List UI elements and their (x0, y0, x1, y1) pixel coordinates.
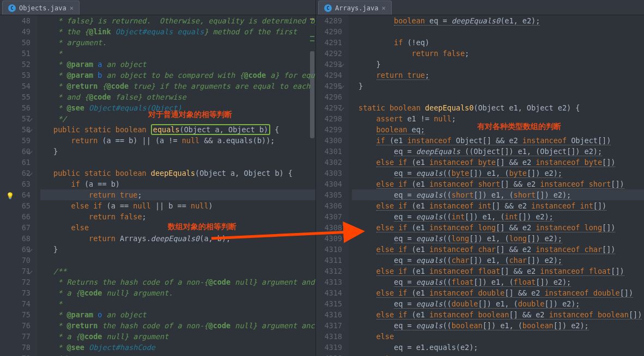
code-line[interactable]: eq = equals((double[]) e1, (double[]) e2… (352, 298, 644, 309)
code-line[interactable] (40, 157, 315, 168)
line-number: 71 (0, 266, 31, 277)
code-line[interactable]: else if (e1 instanceof short[] && e2 ins… (352, 179, 644, 189)
code-line[interactable]: return (a == b) || (a != null && a.equal… (40, 135, 315, 146)
code-line[interactable]: } (40, 146, 315, 157)
code-line[interactable]: * @return {@code true} if the arguments … (40, 81, 315, 91)
code-line[interactable]: * @see Object#equals(Object) (40, 102, 315, 113)
code-line[interactable]: boolean eq = deepEquals0(e1, e2); (352, 15, 644, 26)
close-icon[interactable]: × (381, 4, 385, 12)
code-line[interactable]: /** (40, 266, 315, 277)
fold-icon[interactable] (26, 170, 32, 176)
line-number: 58 (0, 124, 31, 135)
code-line[interactable]: public static boolean equals(Object a, O… (40, 124, 315, 135)
line-number: 4311 (316, 255, 342, 266)
code-line[interactable]: } (352, 81, 644, 91)
code-line[interactable]: public static boolean deepEquals(Object … (40, 168, 315, 179)
code-line[interactable]: else (352, 331, 644, 342)
code-line[interactable]: static boolean deepEquals0(Object e1, Ob… (352, 102, 644, 113)
line-number: 56 (0, 102, 31, 113)
fold-icon[interactable] (338, 61, 344, 67)
fold-icon[interactable] (338, 105, 344, 111)
code-line[interactable]: * false} is returned. Otherwise, equalit… (40, 15, 315, 26)
code-line[interactable]: eq = equals((char[]) e1, (char[]) e2); (352, 255, 644, 266)
code-line[interactable]: eq = equals((int[]) e1, (int[]) e2); (352, 211, 644, 222)
code-line[interactable]: assert e1 != null; (352, 113, 644, 124)
line-number: 73 (0, 287, 31, 298)
editor-right[interactable]: 4289429042914292429342944295429642974298… (316, 15, 644, 356)
code-line[interactable]: */ (40, 113, 315, 124)
code-line[interactable]: } (352, 59, 644, 70)
code-area-right[interactable]: 有对各种类型数组的判断 boolean eq = deepEquals0(e1,… (349, 15, 644, 356)
line-number: 79 (0, 353, 31, 356)
code-line[interactable]: * argument. (40, 37, 315, 48)
line-number: 4310 (316, 244, 342, 255)
code-line[interactable] (352, 26, 644, 37)
code-line[interactable]: return true; (352, 70, 644, 81)
code-line[interactable]: * (40, 48, 315, 59)
code-line[interactable]: if (e1 instanceof Object[] && e2 instanc… (352, 135, 644, 146)
bulb-icon[interactable]: 💡 (6, 191, 14, 201)
fold-icon[interactable] (26, 268, 32, 274)
line-number: 4318 (316, 331, 342, 342)
fold-icon[interactable] (26, 148, 32, 154)
line-number: 4293 (316, 59, 342, 70)
code-line[interactable]: return true; (40, 189, 315, 200)
code-line[interactable]: * @param a an object (40, 59, 315, 70)
line-number: 4300 (316, 135, 342, 146)
code-line[interactable]: if (!eq) (352, 37, 644, 48)
code-line[interactable]: return false; (352, 48, 644, 59)
fold-icon[interactable] (26, 246, 32, 252)
line-number: 4317 (316, 320, 342, 331)
tab-arrays-java[interactable]: C Arrays.java × (318, 1, 392, 15)
code-line[interactable]: if (a == b) (40, 179, 315, 189)
code-line[interactable]: eq = equals((long[]) e1, (long[]) e2); (352, 233, 644, 244)
line-number: 4315 (316, 298, 342, 309)
code-line[interactable]: return false; (40, 211, 315, 222)
file-icon: C (8, 4, 16, 12)
code-line[interactable]: eq = equals((byte[]) e1, (byte[]) e2); (352, 168, 644, 179)
code-line[interactable]: eq = equals((boolean[]) e1, (boolean[]) … (352, 320, 644, 331)
code-line[interactable]: eq = deepEquals ((Object[]) e1, (Object[… (352, 146, 644, 157)
code-line[interactable]: else if (e1 instanceof boolean[] && e2 i… (352, 309, 644, 320)
code-line[interactable]: eq = equals((float[]) e1, (float[]) e2); (352, 277, 644, 287)
code-line[interactable]: return Arrays.deepEquals0(a, b); (40, 233, 315, 244)
code-line[interactable]: else if (e1 instanceof int[] && e2 insta… (352, 200, 644, 211)
code-line[interactable]: * @param b an object to be compared with… (40, 70, 315, 81)
fold-icon[interactable] (338, 83, 344, 89)
tab-objects-java[interactable]: C Objects.java × (2, 1, 80, 15)
code-line[interactable]: * Returns the hash code of a non-{@code … (40, 277, 315, 287)
code-line[interactable]: else if (e1 instanceof byte[] && e2 inst… (352, 157, 644, 168)
code-line[interactable]: * @see Object#hashCode (40, 342, 315, 353)
code-line[interactable]: else if (e1 instanceof float[] && e2 ins… (352, 266, 644, 277)
code-area-left[interactable]: 对于普通对象的相等判断 数组对象的相等判断 * false} is return… (37, 15, 315, 356)
fold-icon[interactable] (26, 126, 32, 132)
code-line[interactable]: * a {@code null} argument (40, 331, 315, 342)
editor-left[interactable]: 4849505152535455565758596061626364💡65666… (0, 15, 315, 356)
code-line[interactable]: else if (e1 instanceof char[] && e2 inst… (352, 244, 644, 255)
line-number: 69 (0, 244, 31, 255)
code-line[interactable]: * @param o an object (40, 309, 315, 320)
code-line[interactable]: * a {@code null} argument. (40, 287, 315, 298)
fold-icon[interactable] (26, 115, 32, 121)
line-number: 51 (0, 48, 31, 59)
code-line[interactable]: eq = equals((short[]) e1, (short[]) e2); (352, 189, 644, 200)
code-line[interactable]: * and {@code false} otherwise (40, 91, 315, 102)
code-line[interactable]: else (40, 222, 315, 233)
line-number: 65 (0, 200, 31, 211)
close-icon[interactable]: × (70, 4, 74, 12)
code-line[interactable]: } (40, 244, 315, 255)
code-line[interactable]: else if (a == null || b == null) (40, 200, 315, 211)
code-line[interactable]: * (40, 298, 315, 309)
code-line[interactable] (40, 255, 315, 266)
code-line[interactable]: eq = e1.equals(e2); (352, 342, 644, 353)
code-line[interactable]: * @return the hash code of a non-{@code … (40, 320, 315, 331)
code-line[interactable]: else if (e1 instanceof long[] && e2 inst… (352, 222, 644, 233)
line-number: 72 (0, 277, 31, 287)
code-line[interactable]: else if (e1 instanceof double[] && e2 in… (352, 287, 644, 298)
line-number: 64💡 (0, 189, 31, 200)
code-line[interactable]: boolean eq; (352, 124, 644, 135)
code-line[interactable]: * the {@link Object#equals equals} metho… (40, 26, 315, 37)
code-line[interactable]: */ (40, 353, 315, 356)
code-line[interactable] (352, 91, 644, 102)
code-line[interactable]: return eq; (352, 353, 644, 356)
